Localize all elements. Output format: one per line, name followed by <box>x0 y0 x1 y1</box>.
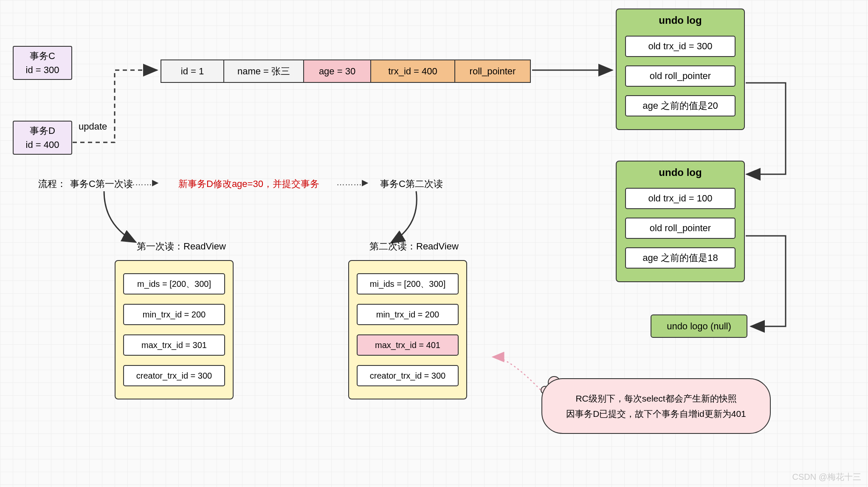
rv1-creator: creator_trx_id = 300 <box>123 365 225 386</box>
rv2-mids: mi_ids = [200、300] <box>357 273 459 294</box>
watermark: CSDN @梅花十三 <box>792 471 861 483</box>
undo2-age: age 之前的值是18 <box>625 247 736 269</box>
undo-log-1: undo log old trx_id = 300 old roll_point… <box>616 8 745 130</box>
tx-d-id: id = 400 <box>26 138 59 152</box>
cloud-line1: RC级别下，每次select都会产生新的快照 <box>555 391 757 406</box>
undo1-age: age 之前的值是20 <box>625 95 736 116</box>
rv2-creator: creator_trx_id = 300 <box>357 365 459 386</box>
row-rollpointer-cell: roll_pointer <box>454 59 531 83</box>
undo-log-2: undo log old trx_id = 100 old roll_point… <box>616 161 745 282</box>
svg-text:………▶: ………▶ <box>336 178 369 187</box>
rv2-min: min_trx_id = 200 <box>357 304 459 325</box>
readview-1: m_ids = [200、300] min_trx_id = 200 max_t… <box>115 260 234 399</box>
rv2-max: max_trx_id = 401 <box>357 334 459 356</box>
transaction-c-box: 事务C id = 300 <box>13 46 72 80</box>
undo2-title: undo log <box>659 167 702 178</box>
undo1-rollpointer: old roll_pointer <box>625 65 736 87</box>
cloud-note: RC级别下，每次select都会产生新的快照 因事务D已提交，故下个事务自增id… <box>541 378 771 434</box>
rv1-min: min_trx_id = 200 <box>123 304 225 325</box>
row-name-cell: name = 张三 <box>223 59 304 83</box>
flow-prefix: 流程： <box>38 178 66 190</box>
row-trxid-cell: trx_id = 400 <box>370 59 455 83</box>
row-age-cell: age = 30 <box>303 59 371 83</box>
rv1-max: max_trx_id = 301 <box>123 334 225 356</box>
tx-c-name: 事务C <box>26 49 59 63</box>
flow-step3: 事务C第二次读 <box>380 178 443 190</box>
undo1-title: undo log <box>659 14 702 26</box>
update-label: update <box>79 121 107 132</box>
tx-d-name: 事务D <box>26 124 59 138</box>
flow-step1: 事务C第一次读 <box>70 178 133 190</box>
cloud-line2: 因事务D已提交，故下个事务自增id更新为401 <box>555 406 757 422</box>
flow-step2: 新事务D修改age=30，并提交事务 <box>178 178 319 190</box>
tx-c-id: id = 300 <box>26 63 59 77</box>
undo-null-box: undo logo (null) <box>651 314 747 338</box>
rv1-title: 第一次读：ReadView <box>137 240 226 253</box>
rv1-mids: m_ids = [200、300] <box>123 273 225 294</box>
undo2-rollpointer: old roll_pointer <box>625 218 736 239</box>
transaction-d-box: 事务D id = 400 <box>13 121 72 155</box>
row-id-cell: id = 1 <box>161 59 224 83</box>
undo2-trx: old trx_id = 100 <box>625 188 736 209</box>
undo1-trx: old trx_id = 300 <box>625 36 736 57</box>
readview-2: mi_ids = [200、300] min_trx_id = 200 max_… <box>348 260 467 399</box>
rv2-title: 第二次读：ReadView <box>369 240 459 253</box>
